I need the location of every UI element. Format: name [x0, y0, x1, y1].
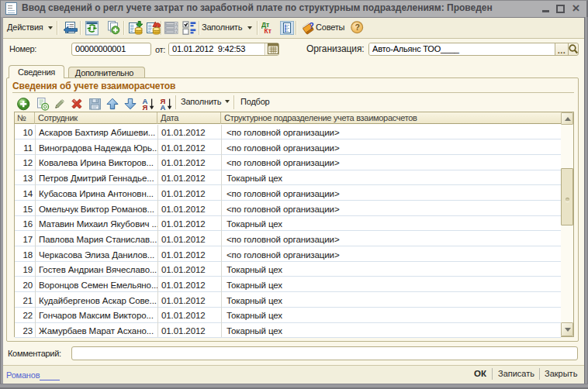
svg-text:?: ? — [309, 21, 313, 30]
svg-text:Кт: Кт — [265, 27, 272, 35]
svg-text:Я: Я — [143, 103, 148, 111]
svg-text:?: ? — [355, 22, 359, 32]
svg-text:А: А — [161, 103, 166, 111]
